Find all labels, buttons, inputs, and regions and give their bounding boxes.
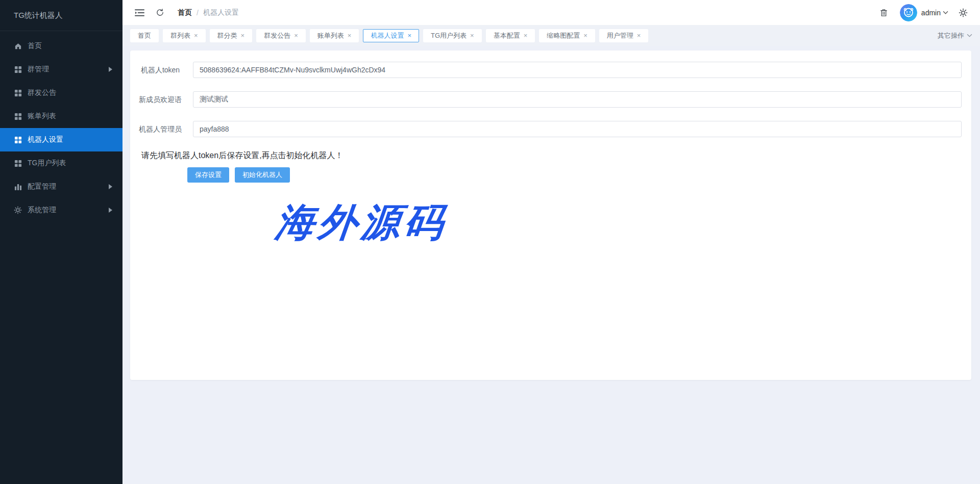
welcome-input[interactable] bbox=[193, 91, 962, 108]
close-tab-icon[interactable]: × bbox=[637, 32, 641, 39]
sidebar-item-system[interactable]: 系统管理 bbox=[0, 198, 122, 222]
sidebar-item-label: 机器人设置 bbox=[28, 135, 63, 144]
tab-label: 群列表 bbox=[170, 31, 190, 40]
sidebar-item-home[interactable]: 首页 bbox=[0, 34, 122, 58]
sidebar-item-label: 系统管理 bbox=[28, 206, 56, 215]
hint-text: 请先填写机器人token后保存设置,再点击初始化机器人！ bbox=[141, 150, 962, 161]
user-menu[interactable]: admin bbox=[921, 9, 948, 17]
tab-broadcast[interactable]: 群发公告 × bbox=[256, 29, 306, 42]
admin-input[interactable] bbox=[193, 121, 962, 137]
app-title: TG统计机器人 bbox=[0, 0, 122, 31]
watermark-text: 海外源码 bbox=[273, 197, 450, 249]
sidebar-item-tg-users[interactable]: TG用户列表 bbox=[0, 151, 122, 175]
save-settings-button[interactable]: 保存设置 bbox=[187, 167, 229, 183]
user-name: admin bbox=[921, 9, 941, 17]
header: 首页 / 机器人设置 bbox=[122, 0, 980, 25]
sidebar-item-label: 账单列表 bbox=[28, 112, 56, 121]
close-tab-icon[interactable]: × bbox=[407, 32, 411, 39]
grid-icon bbox=[14, 89, 22, 97]
tab-group-category[interactable]: 群分类 × bbox=[210, 29, 253, 42]
close-tab-icon[interactable]: × bbox=[524, 32, 528, 39]
tab-label: 群发公告 bbox=[264, 31, 290, 40]
sidebar-item-label: 首页 bbox=[28, 41, 42, 50]
tab-label: 缩略图配置 bbox=[547, 31, 580, 40]
form-row-token: 机器人token bbox=[138, 62, 962, 78]
admin-field-label: 机器人管理员 bbox=[138, 121, 183, 137]
header-right: admin bbox=[878, 4, 969, 21]
gear-icon[interactable] bbox=[958, 7, 969, 18]
tab-label: 基本配置 bbox=[494, 31, 520, 40]
tab-label: 账单列表 bbox=[317, 31, 344, 40]
chevron-down-icon bbox=[967, 34, 972, 37]
grid-icon bbox=[14, 112, 22, 120]
sidebar-item-label: 配置管理 bbox=[28, 182, 56, 191]
breadcrumb-current: 机器人设置 bbox=[203, 8, 239, 17]
button-row: 保存设置 初始化机器人 bbox=[187, 167, 962, 183]
sidebar-item-robot-settings[interactable]: 机器人设置 bbox=[0, 128, 122, 151]
chevron-right-icon bbox=[109, 67, 112, 72]
chevron-right-icon bbox=[109, 208, 112, 213]
grid-icon bbox=[14, 159, 22, 167]
breadcrumb-home[interactable]: 首页 bbox=[178, 8, 192, 17]
tab-group-list[interactable]: 群列表 × bbox=[163, 29, 206, 42]
tab-user-manage[interactable]: 用户管理 × bbox=[599, 29, 649, 42]
sidebar-item-bills[interactable]: 账单列表 bbox=[0, 105, 122, 128]
refresh-icon[interactable] bbox=[154, 7, 165, 18]
tab-basic-config[interactable]: 基本配置 × bbox=[486, 29, 535, 42]
close-tab-icon[interactable]: × bbox=[348, 32, 352, 39]
gear-icon bbox=[14, 206, 22, 214]
other-actions-dropdown[interactable]: 其它操作 bbox=[938, 31, 972, 40]
tab-label: TG用户列表 bbox=[431, 31, 467, 40]
welcome-field-label: 新成员欢迎语 bbox=[138, 91, 183, 108]
close-tab-icon[interactable]: × bbox=[294, 32, 298, 39]
chevron-down-icon bbox=[943, 11, 948, 14]
trash-icon[interactable] bbox=[878, 7, 890, 18]
chevron-right-icon bbox=[109, 184, 112, 189]
tab-label: 群分类 bbox=[217, 31, 237, 40]
sidebar-item-config[interactable]: 配置管理 bbox=[0, 175, 122, 198]
close-tab-icon[interactable]: × bbox=[194, 32, 198, 39]
sidebar-item-broadcast[interactable]: 群发公告 bbox=[0, 81, 122, 105]
token-input[interactable] bbox=[193, 62, 962, 78]
sidebar: TG统计机器人 首页 群管理 群发公告 账单列表 bbox=[0, 0, 122, 484]
close-tab-icon[interactable]: × bbox=[470, 32, 474, 39]
sidebar-nav: 首页 群管理 群发公告 账单列表 机器人设置 bbox=[0, 31, 122, 222]
tab-label: 用户管理 bbox=[607, 31, 633, 40]
breadcrumb-separator: / bbox=[197, 9, 199, 17]
tab-home[interactable]: 首页 bbox=[130, 29, 159, 42]
tab-tg-users[interactable]: TG用户列表 × bbox=[423, 29, 482, 42]
sidebar-item-label: 群管理 bbox=[28, 65, 49, 74]
grid-icon bbox=[14, 65, 22, 73]
other-actions-label: 其它操作 bbox=[938, 31, 964, 40]
home-icon bbox=[14, 42, 22, 50]
tab-thumbnail-config[interactable]: 缩略图配置 × bbox=[539, 29, 595, 42]
sidebar-item-label: TG用户列表 bbox=[28, 159, 66, 168]
tab-label: 首页 bbox=[138, 31, 151, 40]
grid-icon bbox=[14, 136, 22, 144]
tab-bills[interactable]: 账单列表 × bbox=[310, 29, 359, 42]
sidebar-item-label: 群发公告 bbox=[28, 88, 56, 97]
chart-icon bbox=[14, 183, 22, 191]
tab-label: 机器人设置 bbox=[371, 31, 404, 40]
avatar[interactable] bbox=[900, 4, 917, 21]
token-field-label: 机器人token bbox=[138, 62, 183, 78]
breadcrumb: 首页 / 机器人设置 bbox=[178, 8, 239, 17]
sidebar-item-group-manage[interactable]: 群管理 bbox=[0, 58, 122, 81]
init-robot-button[interactable]: 初始化机器人 bbox=[235, 167, 290, 183]
close-tab-icon[interactable]: × bbox=[583, 32, 587, 39]
form-row-welcome: 新成员欢迎语 bbox=[138, 91, 962, 108]
close-tab-icon[interactable]: × bbox=[241, 32, 245, 39]
tab-robot-settings[interactable]: 机器人设置 × bbox=[363, 29, 419, 42]
collapse-menu-icon[interactable] bbox=[134, 7, 145, 18]
content-card: 机器人token 新成员欢迎语 机器人管理员 请先填写机器人token后保存设置… bbox=[130, 50, 971, 380]
form-row-admin: 机器人管理员 bbox=[138, 121, 962, 137]
tabbar: 首页 群列表 × 群分类 × 群发公告 × 账单列表 × 机器人设置 × TG用… bbox=[122, 25, 980, 46]
